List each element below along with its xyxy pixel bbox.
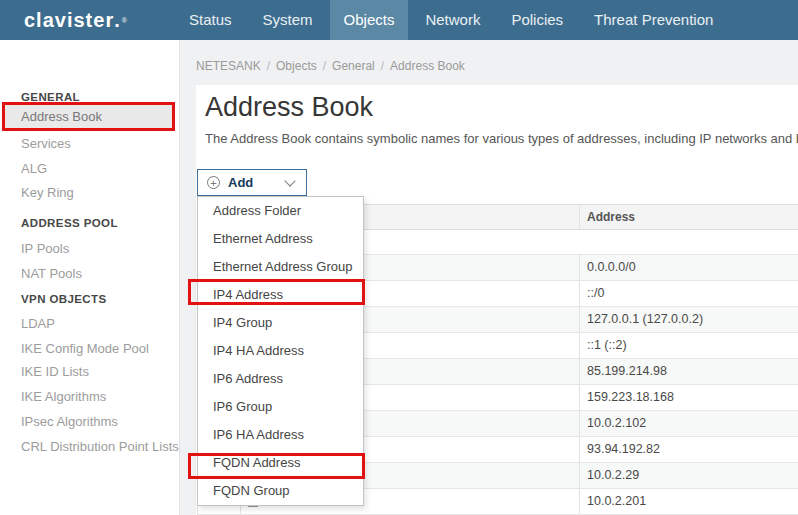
sidebar-item-key-ring[interactable]: Key Ring bbox=[21, 185, 74, 200]
address-cell: ::/0 bbox=[579, 281, 798, 306]
menu-item-address-folder[interactable]: Address Folder bbox=[198, 197, 363, 225]
breadcrumb-address-book[interactable]: Address Book bbox=[390, 59, 465, 73]
address-cell: ::1 (::2) bbox=[579, 333, 798, 358]
main-menu: Status System Objects Network Policies T… bbox=[175, 0, 730, 40]
menu-item-ip6-group[interactable]: IP6 Group bbox=[198, 393, 363, 421]
add-dropdown-menu: Address Folder Ethernet Address Ethernet… bbox=[197, 196, 364, 506]
clavister-webui: clavister.® Status System Objects Networ… bbox=[0, 0, 798, 515]
menu-item-ip4-ha-address[interactable]: IP4 HA Address bbox=[198, 337, 363, 365]
address-cell: 85.199.214.98 bbox=[579, 359, 798, 384]
nav-item-threat-prevention[interactable]: Threat Prevention bbox=[580, 0, 727, 40]
sidebar-item-ip-pools[interactable]: IP Pools bbox=[21, 241, 69, 256]
breadcrumb-separator: / bbox=[381, 59, 384, 73]
sidebar-item-ike-id-lists[interactable]: IKE ID Lists bbox=[21, 364, 89, 379]
sidebar-item-nat-pools[interactable]: NAT Pools bbox=[21, 266, 82, 281]
nav-item-status[interactable]: Status bbox=[175, 0, 246, 40]
address-cell: 127.0.0.1 (127.0.0.2) bbox=[579, 307, 798, 332]
nav-item-system[interactable]: System bbox=[249, 0, 327, 40]
registered-mark-icon: ® bbox=[122, 17, 127, 24]
nav-item-network[interactable]: Network bbox=[411, 0, 494, 40]
table-header-address-col: Address bbox=[579, 205, 798, 229]
sidebar-item-alg[interactable]: ALG bbox=[21, 161, 47, 176]
sidebar-item-ike-algorithms[interactable]: IKE Algorithms bbox=[21, 389, 106, 404]
sidebar-section-vpn-objects: VPN OBJECTS bbox=[21, 293, 107, 305]
add-button[interactable]: + Add bbox=[197, 169, 307, 196]
breadcrumb-general[interactable]: General bbox=[332, 59, 375, 73]
nav-item-policies[interactable]: Policies bbox=[497, 0, 577, 40]
breadcrumb-device[interactable]: NETESANK bbox=[196, 59, 261, 73]
address-cell: 159.223.18.168 bbox=[579, 385, 798, 410]
plus-circle-icon: + bbox=[207, 176, 220, 189]
address-cell: 10.0.2.29 bbox=[579, 463, 798, 488]
sidebar-item-ipsec-algorithms[interactable]: IPsec Algorithms bbox=[21, 414, 118, 429]
nav-item-objects[interactable]: Objects bbox=[330, 0, 409, 40]
address-cell: 93.94.192.82 bbox=[579, 437, 798, 462]
breadcrumb-separator: / bbox=[267, 59, 270, 73]
sidebar: GENERAL Address Book Services ALG Key Ri… bbox=[0, 40, 180, 515]
page-description: The Address Book contains symbolic names… bbox=[205, 131, 798, 146]
address-cell: 0.0.0.0/0 bbox=[579, 255, 798, 280]
logo-period: . bbox=[114, 10, 121, 30]
clavister-logo-text: clavister bbox=[24, 10, 114, 30]
address-cell: 10.0.2.201 bbox=[579, 489, 798, 514]
sidebar-item-services[interactable]: Services bbox=[21, 136, 71, 151]
address-cell: 10.0.2.102 bbox=[579, 411, 798, 436]
top-navbar: clavister.® Status System Objects Networ… bbox=[0, 0, 798, 40]
menu-item-ip6-address[interactable]: IP6 Address bbox=[198, 365, 363, 393]
breadcrumb-separator: / bbox=[323, 59, 326, 73]
menu-item-ip4-group[interactable]: IP4 Group bbox=[198, 309, 363, 337]
sidebar-section-address-pool: ADDRESS POOL bbox=[21, 217, 118, 229]
menu-item-ethernet-address-group[interactable]: Ethernet Address Group bbox=[198, 253, 363, 281]
sidebar-item-address-book[interactable]: Address Book bbox=[2, 102, 175, 131]
breadcrumb: NETESANK/Objects/General/Address Book bbox=[196, 59, 465, 73]
breadcrumb-objects[interactable]: Objects bbox=[276, 59, 317, 73]
menu-item-ip4-address[interactable]: IP4 Address bbox=[198, 281, 363, 309]
chevron-down-icon bbox=[284, 175, 295, 186]
sidebar-item-ldap[interactable]: LDAP bbox=[21, 316, 55, 331]
menu-item-fqdn-group[interactable]: FQDN Group bbox=[198, 477, 363, 505]
menu-item-fqdn-address[interactable]: FQDN Address bbox=[198, 449, 363, 477]
page-title: Address Book bbox=[205, 92, 373, 123]
sidebar-item-crl-distribution-point-lists[interactable]: CRL Distribution Point Lists bbox=[21, 439, 179, 454]
sidebar-item-ike-config-mode-pool[interactable]: IKE Config Mode Pool bbox=[21, 341, 149, 356]
menu-item-ethernet-address[interactable]: Ethernet Address bbox=[198, 225, 363, 253]
clavister-logo: clavister.® bbox=[0, 0, 175, 40]
add-button-label: Add bbox=[228, 175, 253, 190]
menu-item-ip6-ha-address[interactable]: IP6 HA Address bbox=[198, 421, 363, 449]
